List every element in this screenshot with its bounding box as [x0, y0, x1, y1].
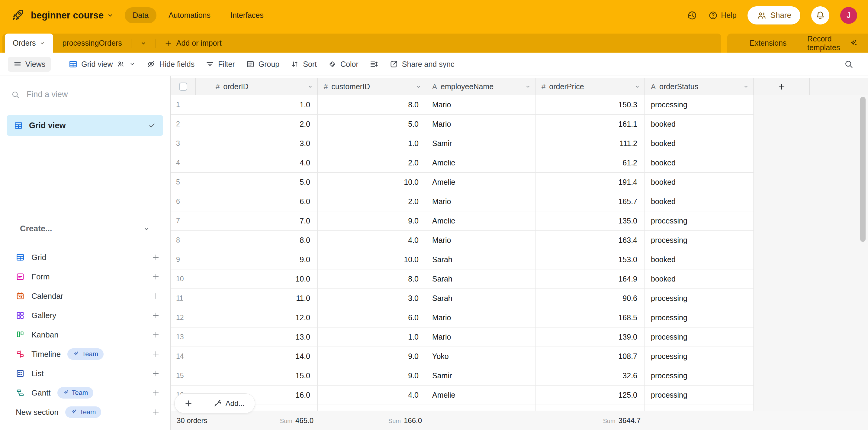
help-button[interactable]: Help	[708, 10, 736, 20]
cell-orderStatus[interactable]: booked	[645, 134, 753, 153]
table-row[interactable]: 44.02.0Amelie61.2booked	[170, 153, 754, 173]
grid-view-button[interactable]: Grid view	[63, 57, 141, 71]
sum-orderID[interactable]: Sum 465.0	[280, 417, 313, 425]
cell-orderPrice[interactable]: 111.2	[535, 134, 645, 153]
chevron-down-icon[interactable]	[307, 84, 313, 90]
sidebar-item-kanban[interactable]: Kanban	[0, 325, 170, 344]
cell-orderStatus[interactable]: booked	[645, 192, 753, 211]
table-row[interactable]: 99.010.0Sarah153.0booked	[170, 250, 754, 269]
cell-orderStatus[interactable]: processing	[645, 231, 753, 250]
cell-orderStatus[interactable]: processing	[645, 289, 753, 308]
sidebar-item-grid[interactable]: Grid	[0, 248, 170, 267]
cell-employeeName[interactable]: Amelie	[426, 173, 535, 192]
sidebar-item-timeline[interactable]: TimelineTeam	[0, 344, 170, 364]
cell-employeeName[interactable]: Amelie	[426, 153, 535, 172]
cell-orderID[interactable]: 9.0	[196, 250, 318, 269]
cell-customerID[interactable]: 10.0	[318, 250, 426, 269]
add-view-button[interactable]	[152, 408, 160, 417]
cell-orderID[interactable]: 6.0	[196, 192, 318, 211]
cell-orderPrice[interactable]: 150.3	[535, 95, 645, 114]
table-list-chevron-icon[interactable]	[131, 39, 156, 47]
cell-orderStatus[interactable]: booked	[645, 250, 753, 269]
cell-customerID[interactable]: 6.0	[318, 308, 426, 327]
add-view-button[interactable]	[152, 292, 160, 300]
add-or-import-button[interactable]: Add or import	[156, 39, 230, 48]
search-icon[interactable]	[844, 59, 860, 69]
tab-orders[interactable]: Orders	[5, 34, 53, 53]
create-section-header[interactable]: Create...	[10, 224, 161, 233]
column-header-orderPrice[interactable]: # orderPrice	[535, 78, 645, 95]
column-header-orderStatus[interactable]: A orderStatus	[645, 78, 753, 95]
group-button[interactable]: Group	[240, 57, 285, 71]
tab-interfaces[interactable]: Interfaces	[223, 7, 272, 23]
cell-orderPrice[interactable]: 108.7	[535, 347, 645, 366]
tab-processing-orders[interactable]: processingOrders	[53, 39, 131, 48]
cell-orderID[interactable]: 2.0	[196, 115, 318, 134]
base-title-chevron-icon[interactable]	[106, 12, 114, 19]
cell-customerID[interactable]: 9.0	[318, 211, 426, 230]
sidebar-item-new-section[interactable]: New sectionTeam	[0, 402, 170, 422]
column-header-employeeName[interactable]: A employeeName	[426, 78, 535, 95]
cell-customerID[interactable]: 10.0	[318, 173, 426, 192]
cell-orderPrice[interactable]: 32.6	[535, 366, 645, 385]
extensions-button[interactable]: Extensions	[739, 39, 797, 48]
cell-orderID[interactable]: 15.0	[196, 366, 318, 385]
cell-employeeName[interactable]: Mario	[426, 192, 535, 211]
add-field-button[interactable]	[753, 78, 810, 95]
row-height-button[interactable]	[364, 57, 384, 71]
table-row[interactable]: 77.09.0Amelie135.0processing	[170, 211, 754, 231]
cell-orderStatus[interactable]: processing	[645, 347, 753, 366]
cell-customerID[interactable]: 1.0	[318, 134, 426, 153]
cell-orderID[interactable]: 10.0	[196, 269, 318, 288]
add-view-button[interactable]	[152, 253, 160, 262]
cell-orderStatus[interactable]: processing	[645, 385, 753, 405]
vertical-scrollbar[interactable]	[860, 97, 866, 242]
cell-customerID[interactable]: 2.0	[318, 153, 426, 172]
chevron-down-icon[interactable]	[634, 84, 640, 90]
cell-orderPrice[interactable]: 135.0	[535, 211, 645, 230]
cell-orderPrice[interactable]: 90.6	[535, 289, 645, 308]
cell-orderID[interactable]: 7.0	[196, 211, 318, 230]
cell-employeeName[interactable]: Amelie	[426, 385, 535, 405]
table-row[interactable]: 55.010.0Amelie191.4booked	[170, 173, 754, 192]
cell-employeeName[interactable]: Mario	[426, 95, 535, 114]
table-row[interactable]: 1111.03.0Sarah90.6processing	[170, 289, 754, 308]
cell-orderPrice[interactable]: 125.0	[535, 385, 645, 405]
select-all-cell[interactable]	[170, 78, 196, 95]
chevron-down-icon[interactable]	[743, 84, 749, 90]
select-all-checkbox[interactable]	[179, 83, 187, 91]
cell-customerID[interactable]: 8.0	[318, 269, 426, 288]
cell-orderPrice[interactable]: 191.4	[535, 173, 645, 192]
table-row[interactable]: 1313.01.0Mario139.0processing	[170, 327, 754, 347]
cell-orderPrice[interactable]: 153.0	[535, 250, 645, 269]
column-header-customerID[interactable]: # customerID	[318, 78, 426, 95]
sum-orderPrice[interactable]: Sum 3644.7	[603, 417, 641, 425]
cell-orderPrice[interactable]: 163.4	[535, 231, 645, 250]
column-header-orderID[interactable]: # orderID	[196, 78, 318, 95]
table-row[interactable]: 1414.09.0Yoko108.7processing	[170, 347, 754, 366]
cell-orderStatus[interactable]: processing	[645, 327, 753, 347]
tab-data[interactable]: Data	[125, 7, 156, 23]
cell-customerID[interactable]: 2.0	[318, 192, 426, 211]
add-view-button[interactable]	[152, 369, 160, 378]
cell-orderID[interactable]: 13.0	[196, 327, 318, 347]
hide-fields-button[interactable]: Hide fields	[141, 57, 200, 71]
cell-orderPrice[interactable]: 61.2	[535, 153, 645, 172]
cell-orderStatus[interactable]: processing	[645, 211, 753, 230]
share-button[interactable]: Share	[747, 6, 800, 25]
cell-employeeName[interactable]: Mario	[426, 115, 535, 134]
cell-customerID[interactable]: 9.0	[318, 347, 426, 366]
cell-employeeName[interactable]: Samir	[426, 366, 535, 385]
add-view-button[interactable]	[152, 331, 160, 339]
rocket-logo-icon[interactable]	[11, 9, 24, 22]
cell-customerID[interactable]: 5.0	[318, 115, 426, 134]
add-with-ai-button[interactable]: Add...	[203, 399, 255, 408]
cell-orderID[interactable]: 1.0	[196, 95, 318, 114]
views-button[interactable]: Views	[8, 57, 51, 71]
sort-button[interactable]: Sort	[285, 57, 322, 71]
table-row[interactable]: 1010.08.0Sarah164.9booked	[170, 269, 754, 289]
table-row[interactable]: 22.05.0Mario161.1booked	[170, 115, 754, 134]
cell-orderPrice[interactable]: 164.9	[535, 269, 645, 288]
color-button[interactable]: Color	[322, 57, 364, 71]
tab-automations[interactable]: Automations	[161, 7, 218, 23]
